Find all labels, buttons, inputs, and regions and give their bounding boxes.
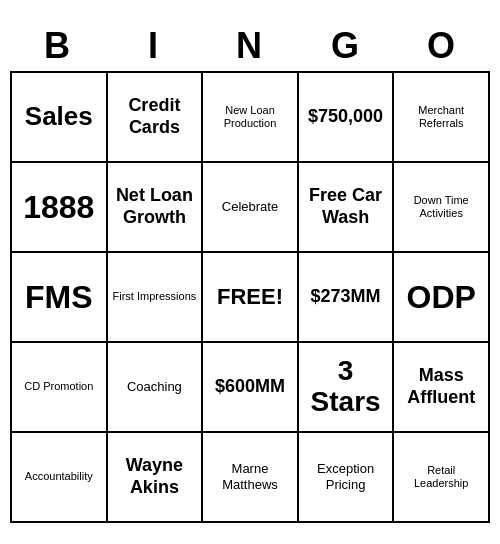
bingo-cell-r2-c3: $273MM [299,253,395,343]
bingo-cell-r2-c1: First Impressions [108,253,204,343]
bingo-cell-r0-c2: New Loan Production [203,73,299,163]
bingo-cell-r2-c0: FMS [12,253,108,343]
bingo-cell-r3-c0: CD Promotion [12,343,108,433]
bingo-cell-r4-c3: Exception Pricing [299,433,395,523]
bingo-cell-r3-c1: Coaching [108,343,204,433]
bingo-cell-r2-c2: FREE! [203,253,299,343]
bingo-cell-r4-c1: Wayne Akins [108,433,204,523]
bingo-cell-r4-c2: Marne Matthews [203,433,299,523]
bingo-cell-r4-c4: Retail Leadership [394,433,490,523]
header-letter: B [10,21,106,71]
bingo-grid: SalesCredit CardsNew Loan Production$750… [10,71,490,523]
header-letter: N [202,21,298,71]
bingo-cell-r0-c3: $750,000 [299,73,395,163]
bingo-cell-r2-c4: ODP [394,253,490,343]
bingo-cell-r1-c2: Celebrate [203,163,299,253]
bingo-cell-r0-c4: Merchant Referrals [394,73,490,163]
bingo-cell-r0-c0: Sales [12,73,108,163]
bingo-cell-r4-c0: Accountability [12,433,108,523]
bingo-cell-r3-c4: Mass Affluent [394,343,490,433]
bingo-cell-r1-c0: 1888 [12,163,108,253]
bingo-header: BINGO [10,21,490,71]
header-letter: G [298,21,394,71]
bingo-cell-r1-c1: Net Loan Growth [108,163,204,253]
bingo-cell-r3-c2: $600MM [203,343,299,433]
bingo-cell-r0-c1: Credit Cards [108,73,204,163]
bingo-card: BINGO SalesCredit CardsNew Loan Producti… [10,21,490,523]
header-letter: I [106,21,202,71]
bingo-cell-r3-c3: 3 Stars [299,343,395,433]
bingo-cell-r1-c4: Down Time Activities [394,163,490,253]
bingo-cell-r1-c3: Free Car Wash [299,163,395,253]
header-letter: O [394,21,490,71]
